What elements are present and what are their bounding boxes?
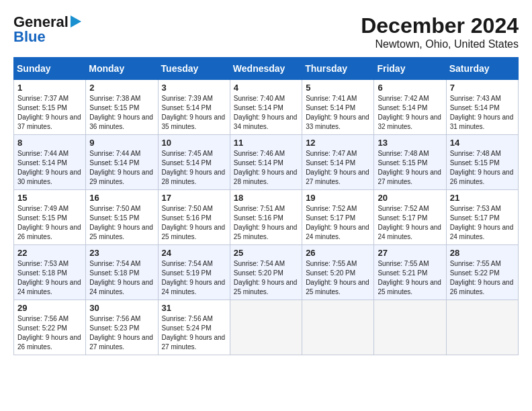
calendar-cell: 18Sunrise: 7:51 AMSunset: 5:16 PMDayligh… [230,190,302,245]
month-title: December 2024 [361,13,519,38]
day-info: Sunrise: 7:46 AMSunset: 5:14 PMDaylight:… [234,149,298,187]
day-number: 4 [234,83,298,93]
day-info: Sunrise: 7:45 AMSunset: 5:14 PMDaylight:… [162,149,226,187]
day-header-wednesday: Wednesday [230,58,302,80]
day-header-monday: Monday [86,58,158,80]
day-info: Sunrise: 7:37 AMSunset: 5:15 PMDaylight:… [17,94,82,132]
calendar-week-row: 15Sunrise: 7:49 AMSunset: 5:15 PMDayligh… [14,190,519,245]
day-number: 15 [17,193,82,203]
calendar-week-row: 22Sunrise: 7:53 AMSunset: 5:18 PMDayligh… [14,245,519,300]
day-number: 26 [306,248,370,258]
calendar-cell: 26Sunrise: 7:55 AMSunset: 5:20 PMDayligh… [302,245,374,300]
day-number: 16 [89,193,154,203]
calendar-cell: 21Sunrise: 7:53 AMSunset: 5:17 PMDayligh… [446,190,518,245]
day-number: 19 [306,193,370,203]
day-info: Sunrise: 7:54 AMSunset: 5:20 PMDaylight:… [234,259,298,297]
logo: General Blue [13,13,81,46]
day-number: 17 [162,193,226,203]
calendar-cell: 10Sunrise: 7:45 AMSunset: 5:14 PMDayligh… [158,135,230,190]
calendar-cell: 5Sunrise: 7:41 AMSunset: 5:14 PMDaylight… [302,80,374,135]
day-number: 24 [162,248,226,258]
calendar-cell: 7Sunrise: 7:43 AMSunset: 5:14 PMDaylight… [446,80,518,135]
day-number: 9 [89,138,154,148]
calendar-cell: 31Sunrise: 7:56 AMSunset: 5:24 PMDayligh… [158,300,230,355]
calendar-cell [302,300,374,355]
day-number: 13 [378,138,442,148]
day-info: Sunrise: 7:55 AMSunset: 5:21 PMDaylight:… [378,259,442,297]
day-number: 28 [450,248,515,258]
calendar-cell: 25Sunrise: 7:54 AMSunset: 5:20 PMDayligh… [230,245,302,300]
calendar-cell: 24Sunrise: 7:54 AMSunset: 5:19 PMDayligh… [158,245,230,300]
calendar-cell: 19Sunrise: 7:52 AMSunset: 5:17 PMDayligh… [302,190,374,245]
day-number: 25 [234,248,298,258]
title-section: December 2024 Newtown, Ohio, United Stat… [361,13,519,50]
calendar-cell [374,300,446,355]
day-number: 7 [450,83,515,93]
day-info: Sunrise: 7:55 AMSunset: 5:20 PMDaylight:… [306,259,370,297]
logo-arrow-icon [71,15,81,28]
calendar-cell: 4Sunrise: 7:40 AMSunset: 5:14 PMDaylight… [230,80,302,135]
day-info: Sunrise: 7:56 AMSunset: 5:23 PMDaylight:… [89,314,154,352]
day-number: 11 [234,138,298,148]
day-info: Sunrise: 7:47 AMSunset: 5:14 PMDaylight:… [306,149,370,187]
day-number: 12 [306,138,370,148]
day-number: 6 [378,83,442,93]
calendar-cell: 12Sunrise: 7:47 AMSunset: 5:14 PMDayligh… [302,135,374,190]
day-info: Sunrise: 7:51 AMSunset: 5:16 PMDaylight:… [234,204,298,242]
page-header: General Blue December 2024 Newtown, Ohio… [13,13,519,50]
calendar-cell: 15Sunrise: 7:49 AMSunset: 5:15 PMDayligh… [14,190,86,245]
day-info: Sunrise: 7:52 AMSunset: 5:17 PMDaylight:… [306,204,370,242]
day-info: Sunrise: 7:52 AMSunset: 5:17 PMDaylight:… [378,204,442,242]
day-number: 23 [89,248,154,258]
day-info: Sunrise: 7:54 AMSunset: 5:18 PMDaylight:… [89,259,154,297]
day-info: Sunrise: 7:40 AMSunset: 5:14 PMDaylight:… [234,94,298,132]
calendar-cell: 16Sunrise: 7:50 AMSunset: 5:15 PMDayligh… [86,190,158,245]
day-info: Sunrise: 7:44 AMSunset: 5:14 PMDaylight:… [89,149,154,187]
day-info: Sunrise: 7:48 AMSunset: 5:15 PMDaylight:… [450,149,515,187]
day-header-friday: Friday [374,58,446,80]
day-number: 21 [450,193,515,203]
day-number: 20 [378,193,442,203]
calendar-cell: 13Sunrise: 7:48 AMSunset: 5:15 PMDayligh… [374,135,446,190]
calendar-cell: 14Sunrise: 7:48 AMSunset: 5:15 PMDayligh… [446,135,518,190]
day-info: Sunrise: 7:48 AMSunset: 5:15 PMDaylight:… [378,149,442,187]
day-number: 3 [162,83,226,93]
calendar-cell: 1Sunrise: 7:37 AMSunset: 5:15 PMDaylight… [14,80,86,135]
calendar-week-row: 29Sunrise: 7:56 AMSunset: 5:22 PMDayligh… [14,300,519,355]
day-info: Sunrise: 7:38 AMSunset: 5:15 PMDaylight:… [89,94,154,132]
day-info: Sunrise: 7:53 AMSunset: 5:17 PMDaylight:… [450,204,515,242]
calendar-week-row: 8Sunrise: 7:44 AMSunset: 5:14 PMDaylight… [14,135,519,190]
day-header-thursday: Thursday [302,58,374,80]
calendar-week-row: 1Sunrise: 7:37 AMSunset: 5:15 PMDaylight… [14,80,519,135]
day-info: Sunrise: 7:50 AMSunset: 5:15 PMDaylight:… [89,204,154,242]
day-info: Sunrise: 7:54 AMSunset: 5:19 PMDaylight:… [162,259,226,297]
day-header-saturday: Saturday [446,58,518,80]
logo-text-blue: Blue [13,28,46,46]
calendar-cell: 23Sunrise: 7:54 AMSunset: 5:18 PMDayligh… [86,245,158,300]
calendar-cell: 9Sunrise: 7:44 AMSunset: 5:14 PMDaylight… [86,135,158,190]
calendar-cell: 27Sunrise: 7:55 AMSunset: 5:21 PMDayligh… [374,245,446,300]
calendar-cell: 2Sunrise: 7:38 AMSunset: 5:15 PMDaylight… [86,80,158,135]
day-number: 30 [89,303,154,313]
day-info: Sunrise: 7:56 AMSunset: 5:22 PMDaylight:… [17,314,82,352]
day-header-sunday: Sunday [14,58,86,80]
day-info: Sunrise: 7:56 AMSunset: 5:24 PMDaylight:… [162,314,226,352]
calendar-cell [230,300,302,355]
calendar-cell: 6Sunrise: 7:42 AMSunset: 5:14 PMDaylight… [374,80,446,135]
day-number: 10 [162,138,226,148]
day-info: Sunrise: 7:53 AMSunset: 5:18 PMDaylight:… [17,259,82,297]
calendar-cell: 3Sunrise: 7:39 AMSunset: 5:14 PMDaylight… [158,80,230,135]
calendar-cell: 17Sunrise: 7:50 AMSunset: 5:16 PMDayligh… [158,190,230,245]
calendar-table: SundayMondayTuesdayWednesdayThursdayFrid… [13,57,519,355]
calendar-cell [446,300,518,355]
day-header-tuesday: Tuesday [158,58,230,80]
day-info: Sunrise: 7:41 AMSunset: 5:14 PMDaylight:… [306,94,370,132]
day-info: Sunrise: 7:39 AMSunset: 5:14 PMDaylight:… [162,94,226,132]
calendar-cell: 30Sunrise: 7:56 AMSunset: 5:23 PMDayligh… [86,300,158,355]
day-info: Sunrise: 7:49 AMSunset: 5:15 PMDaylight:… [17,204,82,242]
day-info: Sunrise: 7:43 AMSunset: 5:14 PMDaylight:… [450,94,515,132]
day-info: Sunrise: 7:55 AMSunset: 5:22 PMDaylight:… [450,259,515,297]
day-number: 31 [162,303,226,313]
day-number: 8 [17,138,82,148]
day-number: 18 [234,193,298,203]
